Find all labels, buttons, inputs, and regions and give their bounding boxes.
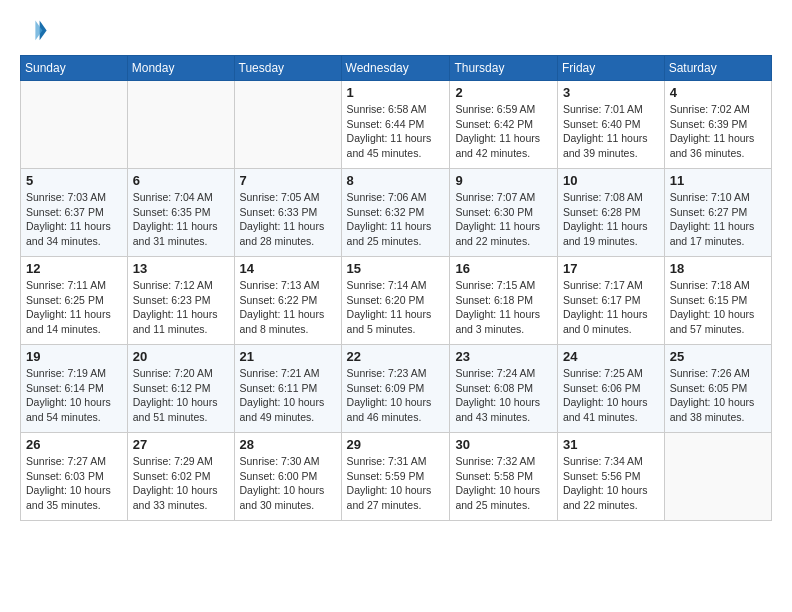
calendar-week-3: 12Sunrise: 7:11 AMSunset: 6:25 PMDayligh… [21,257,772,345]
calendar-cell: 10Sunrise: 7:08 AMSunset: 6:28 PMDayligh… [557,169,664,257]
calendar-cell [127,81,234,169]
day-number: 25 [670,349,766,364]
calendar-cell: 13Sunrise: 7:12 AMSunset: 6:23 PMDayligh… [127,257,234,345]
weekday-header-sunday: Sunday [21,56,128,81]
calendar-week-2: 5Sunrise: 7:03 AMSunset: 6:37 PMDaylight… [21,169,772,257]
calendar-week-4: 19Sunrise: 7:19 AMSunset: 6:14 PMDayligh… [21,345,772,433]
day-info: Sunrise: 7:32 AMSunset: 5:58 PMDaylight:… [455,454,552,513]
day-number: 18 [670,261,766,276]
day-number: 29 [347,437,445,452]
weekday-header-friday: Friday [557,56,664,81]
day-info: Sunrise: 7:30 AMSunset: 6:00 PMDaylight:… [240,454,336,513]
day-number: 23 [455,349,552,364]
day-number: 14 [240,261,336,276]
calendar-cell: 23Sunrise: 7:24 AMSunset: 6:08 PMDayligh… [450,345,558,433]
day-number: 7 [240,173,336,188]
day-number: 2 [455,85,552,100]
day-number: 17 [563,261,659,276]
weekday-header-monday: Monday [127,56,234,81]
day-number: 16 [455,261,552,276]
calendar-cell [664,433,771,521]
day-info: Sunrise: 7:03 AMSunset: 6:37 PMDaylight:… [26,190,122,249]
calendar-week-5: 26Sunrise: 7:27 AMSunset: 6:03 PMDayligh… [21,433,772,521]
day-number: 11 [670,173,766,188]
day-info: Sunrise: 6:58 AMSunset: 6:44 PMDaylight:… [347,102,445,161]
logo-icon [20,15,48,43]
logo [20,15,52,43]
page: SundayMondayTuesdayWednesdayThursdayFrid… [0,0,792,612]
day-info: Sunrise: 7:06 AMSunset: 6:32 PMDaylight:… [347,190,445,249]
day-info: Sunrise: 7:04 AMSunset: 6:35 PMDaylight:… [133,190,229,249]
weekday-header-wednesday: Wednesday [341,56,450,81]
day-info: Sunrise: 7:23 AMSunset: 6:09 PMDaylight:… [347,366,445,425]
calendar-cell: 5Sunrise: 7:03 AMSunset: 6:37 PMDaylight… [21,169,128,257]
day-info: Sunrise: 7:11 AMSunset: 6:25 PMDaylight:… [26,278,122,337]
day-number: 24 [563,349,659,364]
day-number: 30 [455,437,552,452]
calendar-cell: 28Sunrise: 7:30 AMSunset: 6:00 PMDayligh… [234,433,341,521]
day-number: 26 [26,437,122,452]
calendar-cell: 24Sunrise: 7:25 AMSunset: 6:06 PMDayligh… [557,345,664,433]
calendar-cell: 16Sunrise: 7:15 AMSunset: 6:18 PMDayligh… [450,257,558,345]
calendar-cell: 4Sunrise: 7:02 AMSunset: 6:39 PMDaylight… [664,81,771,169]
day-number: 3 [563,85,659,100]
calendar-cell: 26Sunrise: 7:27 AMSunset: 6:03 PMDayligh… [21,433,128,521]
day-info: Sunrise: 7:07 AMSunset: 6:30 PMDaylight:… [455,190,552,249]
day-number: 20 [133,349,229,364]
day-info: Sunrise: 7:20 AMSunset: 6:12 PMDaylight:… [133,366,229,425]
weekday-header-saturday: Saturday [664,56,771,81]
calendar-cell: 6Sunrise: 7:04 AMSunset: 6:35 PMDaylight… [127,169,234,257]
weekday-header-thursday: Thursday [450,56,558,81]
day-number: 9 [455,173,552,188]
day-info: Sunrise: 7:17 AMSunset: 6:17 PMDaylight:… [563,278,659,337]
day-number: 12 [26,261,122,276]
day-number: 19 [26,349,122,364]
calendar-cell: 8Sunrise: 7:06 AMSunset: 6:32 PMDaylight… [341,169,450,257]
day-number: 8 [347,173,445,188]
calendar-cell: 31Sunrise: 7:34 AMSunset: 5:56 PMDayligh… [557,433,664,521]
calendar-week-1: 1Sunrise: 6:58 AMSunset: 6:44 PMDaylight… [21,81,772,169]
day-info: Sunrise: 7:15 AMSunset: 6:18 PMDaylight:… [455,278,552,337]
calendar-cell: 12Sunrise: 7:11 AMSunset: 6:25 PMDayligh… [21,257,128,345]
calendar-cell [21,81,128,169]
day-info: Sunrise: 7:08 AMSunset: 6:28 PMDaylight:… [563,190,659,249]
calendar-cell: 27Sunrise: 7:29 AMSunset: 6:02 PMDayligh… [127,433,234,521]
calendar-cell: 7Sunrise: 7:05 AMSunset: 6:33 PMDaylight… [234,169,341,257]
calendar-cell [234,81,341,169]
calendar-cell: 18Sunrise: 7:18 AMSunset: 6:15 PMDayligh… [664,257,771,345]
day-info: Sunrise: 7:26 AMSunset: 6:05 PMDaylight:… [670,366,766,425]
day-number: 31 [563,437,659,452]
calendar-cell: 2Sunrise: 6:59 AMSunset: 6:42 PMDaylight… [450,81,558,169]
day-info: Sunrise: 7:12 AMSunset: 6:23 PMDaylight:… [133,278,229,337]
calendar-cell: 11Sunrise: 7:10 AMSunset: 6:27 PMDayligh… [664,169,771,257]
calendar-cell: 19Sunrise: 7:19 AMSunset: 6:14 PMDayligh… [21,345,128,433]
day-info: Sunrise: 6:59 AMSunset: 6:42 PMDaylight:… [455,102,552,161]
day-number: 21 [240,349,336,364]
day-info: Sunrise: 7:27 AMSunset: 6:03 PMDaylight:… [26,454,122,513]
calendar-cell: 15Sunrise: 7:14 AMSunset: 6:20 PMDayligh… [341,257,450,345]
day-number: 28 [240,437,336,452]
day-info: Sunrise: 7:25 AMSunset: 6:06 PMDaylight:… [563,366,659,425]
day-info: Sunrise: 7:34 AMSunset: 5:56 PMDaylight:… [563,454,659,513]
day-info: Sunrise: 7:24 AMSunset: 6:08 PMDaylight:… [455,366,552,425]
day-number: 27 [133,437,229,452]
day-number: 5 [26,173,122,188]
day-number: 1 [347,85,445,100]
calendar-cell: 21Sunrise: 7:21 AMSunset: 6:11 PMDayligh… [234,345,341,433]
calendar-cell: 20Sunrise: 7:20 AMSunset: 6:12 PMDayligh… [127,345,234,433]
day-number: 4 [670,85,766,100]
day-number: 10 [563,173,659,188]
calendar-cell: 9Sunrise: 7:07 AMSunset: 6:30 PMDaylight… [450,169,558,257]
calendar-body: 1Sunrise: 6:58 AMSunset: 6:44 PMDaylight… [21,81,772,521]
calendar-cell: 25Sunrise: 7:26 AMSunset: 6:05 PMDayligh… [664,345,771,433]
day-info: Sunrise: 7:02 AMSunset: 6:39 PMDaylight:… [670,102,766,161]
weekday-header-tuesday: Tuesday [234,56,341,81]
day-info: Sunrise: 7:13 AMSunset: 6:22 PMDaylight:… [240,278,336,337]
calendar-cell: 30Sunrise: 7:32 AMSunset: 5:58 PMDayligh… [450,433,558,521]
calendar-cell: 3Sunrise: 7:01 AMSunset: 6:40 PMDaylight… [557,81,664,169]
day-info: Sunrise: 7:18 AMSunset: 6:15 PMDaylight:… [670,278,766,337]
calendar-table: SundayMondayTuesdayWednesdayThursdayFrid… [20,55,772,521]
calendar-cell: 17Sunrise: 7:17 AMSunset: 6:17 PMDayligh… [557,257,664,345]
calendar-cell: 14Sunrise: 7:13 AMSunset: 6:22 PMDayligh… [234,257,341,345]
day-info: Sunrise: 7:31 AMSunset: 5:59 PMDaylight:… [347,454,445,513]
